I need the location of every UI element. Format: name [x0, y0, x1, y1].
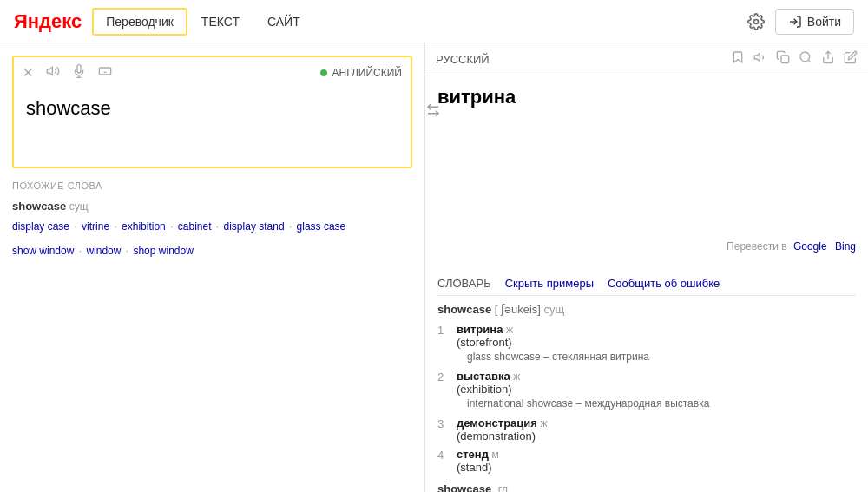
syn-shop-window[interactable]: shop window — [133, 245, 193, 257]
svg-line-16 — [808, 60, 811, 62]
syn-exhibition[interactable]: exhibition — [122, 220, 166, 233]
synonym-row-1: display case · vitrine · exhibition · ca… — [12, 218, 412, 237]
target-lang-label: РУССКИЙ — [436, 53, 490, 66]
svg-rect-14 — [781, 56, 789, 63]
tab-site[interactable]: САЙТ — [253, 8, 314, 36]
header-right: Войти — [747, 9, 854, 35]
dict-num-3: 3 — [437, 417, 450, 430]
syn-display-case[interactable]: display case — [12, 220, 69, 233]
dict-meaning-1: 1 витрина ж (storefront) glass showcase … — [437, 323, 856, 364]
dict-example-1: glass showcase – стеклянная витрина — [457, 351, 856, 363]
svg-marker-2 — [47, 67, 52, 75]
source-lang-label: АНГЛИЙСКИЙ — [332, 67, 402, 79]
dict-entry-head: showcase [ ʃəukeis] сущ — [437, 303, 856, 316]
logo-ya: Я — [14, 10, 28, 32]
source-input[interactable]: showcase — [14, 89, 411, 167]
verb-section: showcase гл — [437, 482, 856, 493]
dict-tab-report-error[interactable]: Сообщить об ошибке — [608, 277, 720, 290]
dict-right-2: выставка ж (exhibition) international sh… — [457, 370, 856, 411]
settings-button[interactable] — [747, 13, 765, 30]
login-icon — [788, 15, 802, 29]
dict-word: showcase — [437, 303, 491, 316]
dict-meaning-4: 4 стенд м (stand) — [437, 448, 856, 474]
dict-meaning-2: 2 выставка ж (exhibition) international … — [437, 370, 856, 411]
dict-trans-1: витрина ж — [457, 323, 856, 336]
dict-paren-1: (storefront) — [457, 336, 856, 349]
volume-icon[interactable] — [46, 64, 60, 82]
right-panel: РУССКИЙ — [425, 43, 868, 268]
translation-result: витрина — [425, 75, 868, 143]
tab-translator[interactable]: Переводчик — [92, 8, 187, 36]
nav-tabs: Переводчик ТЕКСТ САЙТ — [92, 8, 313, 36]
dict-tab-slovar[interactable]: СЛОВАРЬ — [437, 277, 491, 290]
translate-bing-link[interactable]: Bing — [835, 240, 856, 253]
share-icon[interactable] — [821, 50, 835, 68]
clear-icon[interactable]: ✕ — [23, 65, 34, 81]
login-label: Войти — [807, 15, 841, 29]
dict-pos: сущ — [544, 303, 565, 316]
dict-trans-4: стенд м — [457, 448, 856, 461]
dict-tab-hide-examples[interactable]: Скрыть примеры — [505, 277, 594, 290]
translate-in: Перевести в Google Bing — [727, 240, 856, 253]
source-lang: АНГЛИЙСКИЙ — [320, 67, 402, 79]
header: Яндекс Переводчик ТЕКСТ САЙТ Войти — [0, 0, 868, 43]
similar-word-pos: сущ — [69, 200, 89, 213]
synonym-row-2: show window · window · shop window — [12, 242, 412, 261]
translate-google-link[interactable]: Google — [793, 240, 827, 253]
similar-word-text: showcase — [12, 200, 66, 213]
dictionary-section: СЛОВАРЬ Скрыть примеры Сообщить об ошибк… — [425, 268, 868, 493]
search-icon[interactable] — [799, 50, 812, 68]
lang-dot — [320, 69, 327, 76]
verb-head: showcase гл — [437, 482, 856, 493]
dict-trans-2: выставка ж — [457, 370, 856, 383]
dict-num-1: 1 — [437, 324, 450, 337]
verb-pos: гл — [498, 483, 508, 493]
similar-title: ПОХОЖИЕ СЛОВА — [12, 180, 412, 191]
dict-tabs: СЛОВАРЬ Скрыть примеры Сообщить об ошибк… — [437, 268, 856, 296]
volume-right-icon[interactable] — [753, 50, 767, 68]
dict-right-1: витрина ж (storefront) glass showcase – … — [457, 323, 856, 364]
dict-right-4: стенд м (stand) — [457, 448, 856, 474]
dict-num-2: 2 — [437, 371, 450, 384]
similar-word-head: showcase сущ — [12, 200, 412, 213]
svg-point-15 — [800, 52, 810, 62]
keyboard-icon[interactable] — [98, 64, 112, 82]
dict-paren-2: (exhibition) — [457, 383, 856, 396]
dict-paren-3: (demonstration) — [457, 430, 856, 443]
right-toolbar: РУССКИЙ — [425, 43, 868, 75]
mic-icon[interactable] — [72, 64, 86, 82]
edit-icon[interactable] — [844, 50, 858, 68]
svg-marker-13 — [754, 53, 760, 61]
dict-paren-4: (stand) — [457, 461, 856, 474]
syn-display-stand[interactable]: display stand — [224, 220, 285, 233]
tab-text[interactable]: ТЕКСТ — [187, 8, 253, 36]
syn-glass-case[interactable]: glass case — [297, 220, 346, 233]
bookmark-icon[interactable] — [731, 50, 745, 68]
left-panel: ✕ АНГЛИЙСКИЙ showcase ПОХОЖИЕ СЛОВА — [0, 43, 425, 492]
source-box: ✕ АНГЛИЙСКИЙ showcase — [12, 56, 412, 168]
dict-right-3: демонстрация ж (demonstration) — [457, 417, 856, 443]
copy-icon[interactable] — [776, 50, 790, 68]
syn-cabinet[interactable]: cabinet — [178, 220, 212, 233]
dict-num-4: 4 — [437, 449, 450, 462]
syn-window[interactable]: window — [86, 245, 121, 257]
verb-word: showcase — [437, 482, 491, 493]
source-toolbar: ✕ АНГЛИЙСКИЙ — [14, 57, 411, 89]
main-content: ✕ АНГЛИЙСКИЙ showcase ПОХОЖИЕ СЛОВА — [0, 43, 868, 492]
similar-words-section: ПОХОЖИЕ СЛОВА showcase сущ display case … — [0, 168, 424, 266]
yandex-logo: Яндекс — [14, 10, 82, 33]
login-button[interactable]: Войти — [775, 9, 854, 35]
syn-show-window[interactable]: show window — [12, 245, 74, 257]
right-icons — [731, 50, 858, 68]
dict-example-2: international showcase – международная в… — [457, 397, 856, 410]
dict-phonetic: [ ʃəukeis] — [495, 303, 541, 316]
right-wrapper: РУССКИЙ — [425, 43, 868, 492]
svg-point-0 — [753, 19, 758, 23]
syn-vitrine[interactable]: vitrine — [82, 220, 109, 233]
logo-ndex: ндекс — [28, 10, 82, 32]
svg-rect-5 — [99, 68, 110, 75]
dict-trans-3: демонстрация ж — [457, 417, 856, 430]
dict-meaning-3: 3 демонстрация ж (demonstration) — [437, 417, 856, 443]
swap-languages-button[interactable] — [423, 100, 444, 121]
